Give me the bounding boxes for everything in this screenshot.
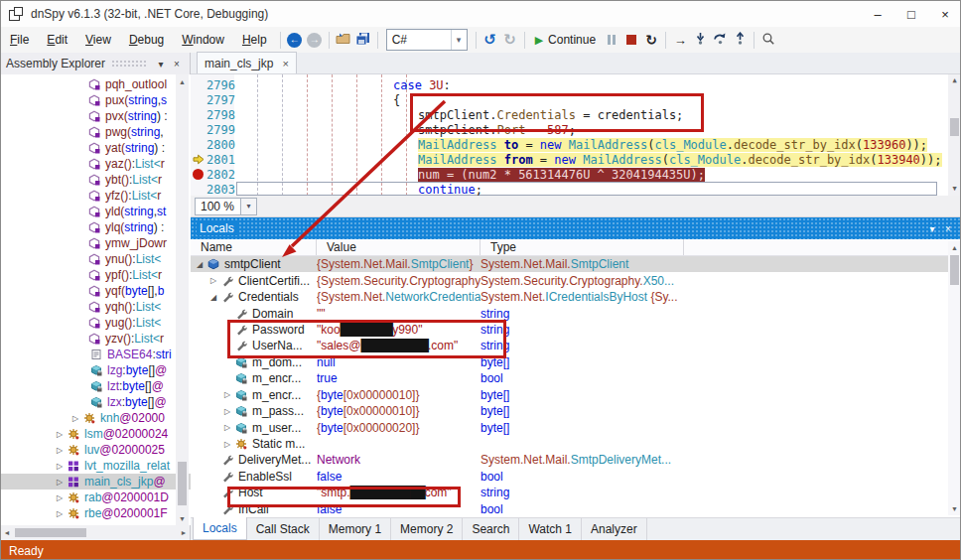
variable-value[interactable]: "koo███████y990" bbox=[317, 323, 480, 337]
expander-icon[interactable]: ▷ bbox=[224, 440, 235, 449]
locals-row[interactable]: Domain""string bbox=[191, 305, 961, 321]
locals-row[interactable]: UserNa..."sales@█████████.com"string bbox=[191, 338, 961, 353]
gutter-cell[interactable] bbox=[191, 137, 206, 152]
code-line[interactable]: 2797{ bbox=[191, 92, 945, 107]
panel-menu-icon[interactable]: ▾ bbox=[924, 223, 940, 234]
zoom-select[interactable]: 100 % ▾ bbox=[195, 198, 257, 215]
tree-item[interactable]: ybt() : List<r bbox=[1, 172, 191, 188]
expander-icon[interactable]: ▷ bbox=[210, 276, 221, 285]
locals-row[interactable]: m_encr...truebool bbox=[191, 370, 961, 386]
tool-tab-search[interactable]: Search bbox=[463, 518, 519, 540]
tree-item[interactable]: lzt : byte[] @ bbox=[1, 378, 191, 394]
scroll-down-icon[interactable]: ▼ bbox=[951, 502, 958, 514]
locals-row[interactable]: ▷ClientCertifi...{System.Security.Crypto… bbox=[191, 272, 961, 288]
variable-value[interactable]: "" bbox=[317, 307, 480, 321]
expander-icon[interactable]: ▷ bbox=[57, 430, 68, 439]
tree-item[interactable]: lzx : byte[] @ bbox=[1, 394, 191, 410]
variable-value[interactable]: Network bbox=[317, 453, 480, 467]
tree-item[interactable]: ynu() : List< bbox=[1, 251, 191, 267]
editor-vertical-scrollbar[interactable]: ▲ ▼ bbox=[948, 74, 961, 196]
redo-button[interactable]: ↻ bbox=[500, 29, 520, 51]
scroll-thumb[interactable] bbox=[950, 255, 959, 285]
tree-horizontal-scrollbar[interactable]: ◄ ► bbox=[1, 525, 190, 540]
tree-item[interactable]: ymw_jDowr bbox=[1, 235, 191, 251]
scroll-down-icon[interactable]: ▼ bbox=[179, 512, 186, 524]
locals-row[interactable]: ▷Static m... bbox=[191, 436, 961, 452]
step-into-button[interactable] bbox=[690, 29, 710, 51]
expander-icon[interactable]: ▷ bbox=[72, 414, 83, 423]
panel-close-icon[interactable]: × bbox=[940, 223, 956, 234]
locals-row[interactable]: ▷m_pass...{byte[0x00000010]}byte[] bbox=[191, 403, 961, 419]
scroll-down-icon[interactable]: ▼ bbox=[952, 183, 956, 195]
menu-file[interactable]: File bbox=[1, 29, 38, 51]
expander-icon[interactable]: ▷ bbox=[224, 407, 235, 416]
full-screen-search-button[interactable] bbox=[758, 29, 778, 51]
continue-button[interactable]: ▶ Continue bbox=[529, 33, 603, 47]
tree-item[interactable]: ▷luv @02000025 bbox=[1, 442, 191, 458]
tree-item[interactable]: ▷knh @02000 bbox=[1, 410, 191, 426]
tree-item[interactable]: pqh_outlool bbox=[1, 76, 191, 92]
expander-icon[interactable]: ▷ bbox=[57, 493, 68, 502]
tree-item[interactable]: pwg(string, bbox=[1, 124, 191, 140]
tool-tab-call-stack[interactable]: Call Stack bbox=[247, 518, 320, 540]
code-line[interactable]: 2801MailAddress from = new MailAddress(c… bbox=[191, 152, 945, 167]
tree-item[interactable]: ▷rab @0200001D bbox=[1, 490, 191, 505]
variable-value[interactable]: "smtp.██████████com" bbox=[317, 486, 480, 499]
scroll-up-icon[interactable]: ▲ bbox=[179, 75, 186, 87]
navigate-forward-button[interactable]: → bbox=[305, 29, 325, 51]
variable-value[interactable]: "sales@█████████.com" bbox=[317, 339, 480, 352]
locals-row[interactable]: ◢smtpClient{System.Net.Mail.SmtpClient}S… bbox=[191, 256, 961, 272]
locals-titlebar[interactable]: Locals ▾ × bbox=[191, 217, 961, 239]
column-value[interactable]: Value bbox=[317, 239, 480, 255]
locals-row[interactable]: ▷m_user...{byte[0x00000020]}byte[] bbox=[191, 419, 961, 435]
scroll-thumb[interactable] bbox=[950, 118, 959, 136]
step-out-button[interactable] bbox=[730, 29, 750, 51]
tool-tab-locals[interactable]: Locals bbox=[193, 517, 247, 540]
undo-button[interactable]: ↺ bbox=[480, 29, 500, 51]
tab-main-cls-jkp[interactable]: main_cls_jkp × bbox=[197, 52, 297, 73]
menu-view[interactable]: View bbox=[76, 29, 120, 51]
break-button[interactable] bbox=[602, 29, 621, 51]
restart-button[interactable]: ↻ bbox=[641, 29, 661, 51]
gutter-cell[interactable] bbox=[191, 167, 206, 182]
gutter-cell[interactable] bbox=[191, 77, 206, 92]
locals-row[interactable]: DeliveryMet...NetworkSystem.Net.Mail.Smt… bbox=[191, 452, 961, 468]
code-line[interactable]: 2799smtpClient.Port = 587; bbox=[191, 122, 945, 137]
code-line[interactable]: 2802num = (num2 * 561314476U ^ 320419443… bbox=[191, 167, 945, 182]
panel-menu-icon[interactable]: ▾ bbox=[153, 59, 169, 70]
code-line[interactable]: 2800MailAddress to = new MailAddress(cls… bbox=[191, 137, 945, 152]
tree-item[interactable]: yld(string, st bbox=[1, 204, 191, 219]
dropdown-arrow-icon[interactable]: ▾ bbox=[241, 198, 257, 215]
expander-icon[interactable]: ▷ bbox=[57, 509, 68, 518]
variable-value[interactable]: {System.Security.Cryptography.X5... bbox=[317, 274, 480, 288]
gutter-cell[interactable] bbox=[191, 152, 206, 167]
tree-item[interactable]: ▷main_cls_jkp @ bbox=[1, 474, 191, 490]
tree-item[interactable]: lzg : byte[] @ bbox=[1, 362, 191, 378]
menu-window[interactable]: Window bbox=[173, 29, 233, 51]
column-name[interactable]: Name bbox=[191, 239, 317, 255]
code-line[interactable]: 2796case 3U: bbox=[191, 77, 945, 92]
variable-value[interactable]: false bbox=[317, 502, 480, 516]
locals-vertical-scrollbar[interactable]: ▲ ▼ bbox=[948, 241, 961, 515]
expander-icon[interactable]: ◢ bbox=[197, 260, 207, 269]
close-button[interactable]: × bbox=[928, 1, 961, 27]
tree-item[interactable]: ▷rbe @0200001F bbox=[1, 505, 191, 521]
tree-item[interactable]: pux(string, s bbox=[1, 92, 191, 108]
expander-icon[interactable]: ▷ bbox=[224, 390, 235, 399]
code-editor[interactable]: 2796case 3U:2797{2798smtpClient.Credenti… bbox=[191, 74, 961, 196]
navigate-back-button[interactable]: ← bbox=[285, 29, 305, 51]
locals-row[interactable]: ◢Credentials{System.Net.NetworkCredentia… bbox=[191, 289, 961, 305]
tree-item[interactable]: ypf() : List<r bbox=[1, 267, 191, 283]
locals-row[interactable]: Host"smtp.██████████com"string bbox=[191, 485, 961, 500]
tree-item[interactable]: ▷lsm @02000024 bbox=[1, 426, 191, 442]
menu-debug[interactable]: Debug bbox=[120, 29, 173, 51]
menu-help[interactable]: Help bbox=[233, 29, 276, 51]
tool-tab-memory-2[interactable]: Memory 2 bbox=[391, 518, 463, 540]
tree-item[interactable]: yug() : List< bbox=[1, 315, 191, 331]
tab-close-icon[interactable]: × bbox=[282, 58, 288, 70]
tree-item[interactable]: yat(string) : bbox=[1, 140, 191, 156]
tree-item[interactable]: yqh() : List< bbox=[1, 299, 191, 315]
tree-item[interactable]: ylq(string) : bbox=[1, 219, 191, 235]
breakpoint-icon[interactable] bbox=[193, 169, 204, 180]
column-type[interactable]: Type bbox=[480, 239, 684, 255]
